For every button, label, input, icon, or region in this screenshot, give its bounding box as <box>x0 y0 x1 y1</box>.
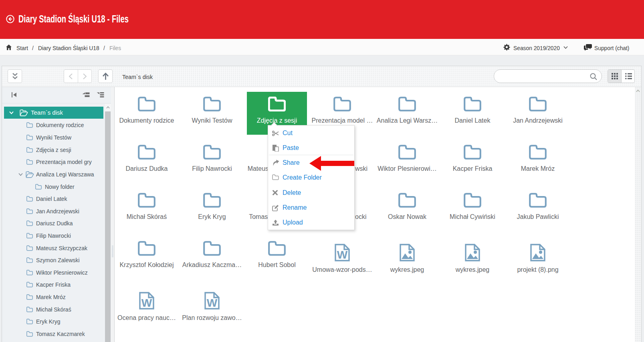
svg-text:W: W <box>141 297 152 309</box>
svg-text:W: W <box>207 297 218 309</box>
svg-text:W: W <box>337 249 348 261</box>
